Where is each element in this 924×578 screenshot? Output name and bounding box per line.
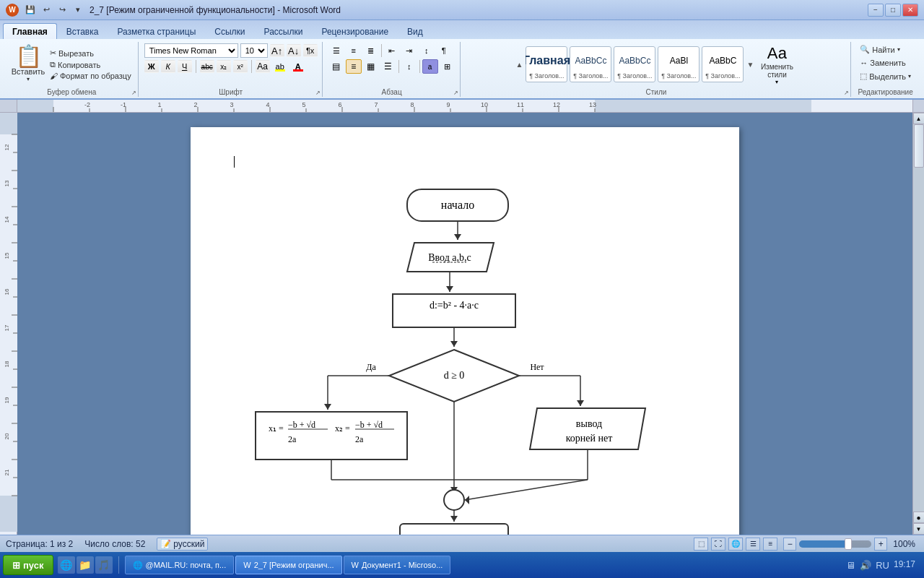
sort-btn[interactable]: ↕ (419, 43, 435, 58)
superscript-btn[interactable]: x² (233, 60, 248, 73)
volume-icon[interactable]: 🔊 (860, 560, 871, 571)
font-name-select[interactable]: Times New Roman (144, 43, 238, 58)
bullets-btn[interactable]: ☰ (328, 43, 344, 58)
borders-btn[interactable]: ⊞ (440, 59, 456, 74)
line-spacing-btn[interactable]: ↕ (401, 59, 417, 74)
font-size-select[interactable]: 10 (240, 43, 268, 58)
paste-dropdown[interactable]: ▾ (27, 76, 30, 82)
taskbar-item-word2[interactable]: W Документ1 - Microsо... (344, 556, 451, 574)
scroll-up-btn[interactable]: ▲ (913, 113, 925, 124)
para-expand[interactable]: ↗ (453, 90, 458, 96)
tab-mailings[interactable]: Рассылки (255, 23, 313, 39)
style-heading2[interactable]: AaBbCc ¶ Заголов... (570, 46, 611, 82)
paste-button[interactable]: 📋 Вставить ▾ (10, 43, 46, 85)
decrease-font-btn[interactable]: A↓ (287, 44, 301, 57)
tab-refs[interactable]: Ссылки (205, 23, 254, 39)
align-right-btn[interactable]: ▦ (363, 59, 379, 74)
style-heading5[interactable]: AaBbC ¶ Заголов... (702, 46, 744, 82)
increase-indent-btn[interactable]: ⇥ (401, 43, 417, 58)
taskbar-item-word1[interactable]: W 2_7 [Режим огранич... (235, 556, 341, 574)
zoom-in-btn[interactable]: + (874, 538, 887, 551)
editing-group-content: 🔍 Найти ▾ ↔ Заменить ⬚ Выделить ▾ (857, 43, 914, 82)
outline-btn[interactable]: ☰ (746, 538, 760, 551)
full-screen-btn[interactable]: ⛶ (711, 538, 725, 551)
numbering-btn[interactable]: ≡ (346, 43, 362, 58)
undo-qa-btn[interactable]: ↩ (39, 4, 53, 17)
font-color-btn[interactable]: A (290, 59, 306, 74)
document-area[interactable]: начало Ввод a,b,c d:=b² - 4·a·c (17, 113, 912, 535)
tab-view[interactable]: Вид (398, 23, 432, 39)
select-dropdown[interactable]: ▾ (908, 73, 911, 79)
language-indicator[interactable]: 📝 русский (157, 538, 208, 551)
font-expand[interactable]: ↗ (315, 90, 321, 96)
decrease-indent-btn[interactable]: ⇤ (384, 43, 400, 58)
print-layout-btn[interactable]: ⬚ (694, 538, 708, 551)
scroll-track[interactable] (913, 124, 924, 512)
shading-btn[interactable]: a (422, 59, 438, 74)
select-browse-btn[interactable]: ● (913, 512, 925, 523)
subscript-btn[interactable]: x₂ (217, 60, 231, 73)
media-icon[interactable]: 🎵 (95, 556, 113, 574)
change-case-btn[interactable]: Аа (256, 60, 270, 73)
save-qa-btn[interactable]: 💾 (23, 4, 38, 17)
style-heading3[interactable]: AaBbCc ¶ Заголов... (614, 46, 655, 82)
styles-scroll-up[interactable]: ▲ (515, 43, 523, 85)
align-left-btn[interactable]: ▤ (328, 59, 344, 74)
tab-layout[interactable]: Разметка страницы (108, 23, 205, 39)
styles-expand[interactable]: ↗ (844, 90, 849, 96)
close-button[interactable]: ✕ (902, 4, 918, 17)
network-icon[interactable]: 🖥 (846, 560, 855, 571)
taskbar-item-mail[interactable]: 🌐 @MAIL.RU: почта, п... (125, 556, 235, 574)
zoom-controls: − + 100% (783, 538, 918, 551)
vertical-ruler: 12 13 14 15 16 17 18 19 20 21 (0, 113, 17, 535)
select-button[interactable]: ⬚ Выделить ▾ (857, 70, 914, 82)
scroll-thumb[interactable] (914, 124, 924, 168)
svg-rect-91 (256, 412, 407, 460)
increase-font-btn[interactable]: A↑ (270, 44, 284, 57)
align-center-btn[interactable]: ≡ (346, 59, 362, 74)
zoom-slider[interactable] (799, 540, 871, 548)
copy-button[interactable]: ⧉ Копировать (48, 59, 134, 70)
draft-btn[interactable]: ≡ (763, 538, 777, 551)
minimize-button[interactable]: − (868, 4, 884, 17)
start-button[interactable]: ⊞ пуск (3, 555, 53, 575)
bold-btn[interactable]: Ж (144, 60, 159, 73)
strikethrough-btn[interactable]: abc (200, 60, 214, 73)
show-marks-btn[interactable]: ¶ (436, 43, 452, 58)
replace-button[interactable]: ↔ Заменить (857, 57, 914, 69)
find-button[interactable]: 🔍 Найти ▾ (857, 43, 914, 56)
tab-insert[interactable]: Вставка (57, 23, 108, 39)
tab-review[interactable]: Рецензирование (312, 23, 398, 39)
multilevel-btn[interactable]: ≣ (363, 43, 379, 58)
zoom-percent[interactable]: 100% (890, 539, 918, 549)
dropdown-qa-btn[interactable]: ▾ (71, 4, 85, 17)
page-info[interactable]: Страница: 1 из 2 (6, 539, 73, 549)
zoom-handle[interactable] (845, 538, 852, 550)
change-styles-button[interactable]: Аа Изменитьстили ▾ (757, 44, 797, 85)
italic-btn[interactable]: К (161, 60, 175, 73)
svg-text:15: 15 (4, 252, 10, 259)
format-painter-button[interactable]: 🖌 Формат по образцу (48, 71, 134, 81)
restore-button[interactable]: □ (885, 4, 901, 17)
cut-button[interactable]: ✂ Вырезать (48, 48, 134, 59)
redo-qa-btn[interactable]: ↪ (55, 4, 69, 17)
folder-icon[interactable]: 📁 (77, 556, 94, 574)
highlight-btn[interactable]: ab (272, 59, 288, 74)
change-styles-dropdown[interactable]: ▾ (775, 79, 778, 85)
underline-btn[interactable]: Ч (178, 60, 192, 73)
zoom-out-btn[interactable]: − (783, 538, 796, 551)
web-layout-btn[interactable]: 🌐 (728, 538, 743, 551)
clipboard-expand[interactable]: ↗ (131, 90, 136, 96)
word-count[interactable]: Число слов: 52 (84, 539, 145, 549)
align-justify-btn[interactable]: ☰ (380, 59, 396, 74)
styles-scroll-down[interactable]: ▼ (746, 43, 754, 85)
find-dropdown[interactable]: ▾ (897, 46, 900, 53)
vertical-scrollbar[interactable]: ▲ ● ▼ (912, 113, 924, 535)
clear-format-btn[interactable]: ¶x (303, 44, 318, 57)
style-heading4[interactable]: AaBl ¶ Заголов... (658, 46, 699, 82)
language-sys-icon[interactable]: RU (876, 560, 889, 571)
ie-icon[interactable]: 🌐 (58, 556, 75, 574)
tab-home[interactable]: Главная (3, 23, 57, 39)
style-heading1[interactable]: Главная ¶ Заголов... (526, 46, 567, 82)
scroll-down-btn[interactable]: ▼ (913, 523, 925, 535)
